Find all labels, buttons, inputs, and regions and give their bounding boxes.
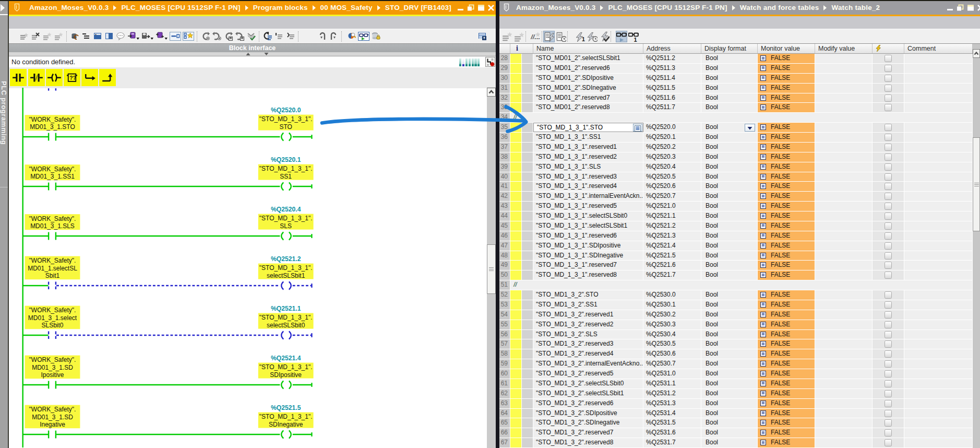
monitor-once-icon[interactable] bbox=[556, 31, 566, 42]
redo-icon[interactable] bbox=[212, 32, 221, 41]
favorite-contact-closed-button[interactable] bbox=[28, 69, 45, 87]
operand-browser-button[interactable] bbox=[633, 124, 642, 132]
table-row[interactable]: 58"STO_MD1_3_2".reserved4%Q2530.6BoolFAL… bbox=[499, 349, 973, 359]
modify-once-icon[interactable]: 1 bbox=[575, 31, 585, 42]
force-checkbox[interactable] bbox=[885, 222, 892, 230]
force-checkbox[interactable] bbox=[885, 419, 892, 427]
column-header-Address[interactable]: Address bbox=[643, 44, 701, 53]
toggle-network-comments-icon[interactable] bbox=[105, 32, 114, 41]
table-row[interactable]: 38"STO_MD_1_3_1".reserved2%Q2520.3BoolFA… bbox=[499, 152, 973, 162]
force-checkbox[interactable] bbox=[885, 232, 892, 240]
network-navigation-button[interactable] bbox=[485, 57, 495, 67]
force-checkbox[interactable] bbox=[885, 291, 892, 299]
search-icon[interactable] bbox=[347, 32, 356, 41]
add-row-icon[interactable] bbox=[514, 31, 524, 42]
watch-table-titlebar[interactable]: Amazon_Moses_V0.0.3PLC_MOSES [CPU 1512SP… bbox=[499, 1, 980, 15]
table-row[interactable]: 65"STO_MD1_3_2".SDInegative%Q2531.5BoolF… bbox=[499, 418, 973, 428]
absolute-operands-toggle-icon[interactable] bbox=[170, 32, 181, 41]
ladder-rung[interactable]: "WORK_Safety".MD01_1.selectSLSbit1%Q2521… bbox=[23, 255, 314, 289]
coil-address[interactable]: %Q2520.1 bbox=[271, 156, 301, 163]
window-settings-icon[interactable] bbox=[478, 32, 487, 41]
monitoring-on-icon[interactable] bbox=[358, 32, 369, 41]
column-header-row-number[interactable] bbox=[499, 44, 510, 53]
table-row[interactable]: 31"STO_MD01_2".SDInegative%Q2511.5BoolFA… bbox=[499, 84, 973, 93]
column-header-Name[interactable]: Name bbox=[533, 44, 643, 53]
breadcrumb-item[interactable]: STO_DRV [FB1403] bbox=[385, 4, 451, 11]
force-checkbox[interactable] bbox=[885, 95, 892, 102]
favorite-coil-button[interactable] bbox=[46, 69, 63, 87]
force-checkbox[interactable] bbox=[885, 272, 892, 279]
table-row[interactable]: 66"STO_MD1_3_2".reserved7%Q2531.6BoolFAL… bbox=[499, 428, 973, 438]
favorite-empty-box-button[interactable]: ?? bbox=[64, 69, 80, 87]
table-row[interactable]: 46"STO_MD_1_3_1".reserved6%Q2521.3BoolFA… bbox=[499, 231, 973, 241]
table-row[interactable]: 59"STO_MD1_3_2".internalEventAckno..%Q25… bbox=[499, 359, 973, 369]
favorite-close-branch-button[interactable] bbox=[99, 69, 116, 87]
force-checkbox[interactable] bbox=[885, 203, 892, 210]
maximize-button[interactable] bbox=[477, 4, 485, 11]
comment-icon[interactable] bbox=[116, 32, 125, 41]
goto-definition-icon[interactable] bbox=[274, 32, 283, 41]
column-header-i[interactable]: i bbox=[510, 44, 533, 53]
table-row[interactable]: 36"STO_MD_1_3_1".SS1%Q2520.1BoolFALSE bbox=[499, 133, 973, 143]
coil-address[interactable]: %Q2521.1 bbox=[271, 305, 301, 312]
table-row[interactable]: 53"STO_MD1_3_2".SS1%Q2530.1BoolFALSE bbox=[499, 300, 973, 310]
table-row[interactable]: 50"STO_MD_1_3_1".reserved8%Q2521.7BoolFA… bbox=[499, 270, 973, 280]
breadcrumb-item[interactable]: Watch and force tables bbox=[740, 4, 819, 11]
name-edit-field[interactable]: "STO_MD_1_3_1".STO bbox=[533, 123, 643, 132]
modify-all-icon[interactable] bbox=[599, 31, 609, 42]
force-checkbox[interactable] bbox=[885, 154, 892, 161]
table-row[interactable]: 32"STO_MD01_2".reserved7%Q2511.6BoolFALS… bbox=[499, 93, 973, 103]
ladder-rung[interactable]: "WORK_Safety".MD01_3_1.SS1%Q2520.1"STO_M… bbox=[23, 156, 314, 190]
insert-row-before-icon[interactable] bbox=[43, 32, 52, 41]
force-checkbox[interactable] bbox=[885, 213, 892, 220]
breadcrumb-item[interactable]: PLC_MOSES [CPU 1512SP F-1 PN] bbox=[121, 4, 240, 11]
force-checkbox[interactable] bbox=[885, 370, 892, 378]
force-checkbox[interactable] bbox=[885, 75, 892, 82]
force-checkbox[interactable] bbox=[885, 429, 892, 437]
table-row[interactable]: 45"STO_MD_1_3_1".selectSLSbit1%Q2521.2Bo… bbox=[499, 221, 973, 231]
coil-address[interactable]: %Q2521.5 bbox=[271, 404, 301, 411]
table-row[interactable]: 37"STO_MD_1_3_1".reserved1%Q2520.2BoolFA… bbox=[499, 143, 973, 152]
table-row[interactable]: 42"STO_MD_1_3_1".internalEventAckn...%Q2… bbox=[499, 192, 973, 202]
breadcrumb-item[interactable]: Watch table_2 bbox=[831, 4, 880, 11]
table-row[interactable]: 63"STO_MD1_3_2".reserved6%Q2531.3BoolFAL… bbox=[499, 399, 973, 409]
table-row[interactable]: 56"STO_MD1_3_2".SLS%Q2530.4BoolFALSE bbox=[499, 330, 973, 340]
insert-row-after-icon[interactable] bbox=[54, 32, 63, 41]
force-checkbox[interactable] bbox=[885, 311, 892, 319]
table-row[interactable]: 49"STO_MD_1_3_1".reserved7%Q2521.6BoolFA… bbox=[499, 261, 973, 270]
trigger-mode-icon[interactable]: 1 bbox=[628, 31, 639, 42]
jump-forward-icon[interactable] bbox=[329, 32, 338, 41]
accept-changes-icon[interactable] bbox=[247, 32, 256, 41]
force-checkbox[interactable] bbox=[885, 163, 892, 171]
ladder-rung[interactable]: "WORK_Safety".MD01_3_1.SDInegative%Q2521… bbox=[23, 404, 314, 438]
maximize-button[interactable] bbox=[967, 4, 974, 11]
table-row[interactable]: 54"STO_MD1_3_2".reserved1%Q2530.2BoolFAL… bbox=[499, 310, 973, 320]
expand-networks-icon[interactable] bbox=[82, 32, 91, 41]
table-row[interactable]: 30"STO_MD01_2".SDIpositive%Q2511.4BoolFA… bbox=[499, 74, 973, 84]
close-button[interactable] bbox=[977, 4, 980, 11]
scrollbar-thumb[interactable] bbox=[973, 137, 980, 231]
table-row[interactable]: 52"STO_MD1_3_2".STO%Q2530.0BoolFALSE bbox=[499, 290, 973, 300]
force-checkbox[interactable] bbox=[885, 410, 892, 417]
force-checkbox[interactable] bbox=[885, 360, 892, 368]
coil-address[interactable]: %Q2521.2 bbox=[271, 255, 301, 263]
insert-network-icon[interactable] bbox=[20, 32, 29, 41]
ladder-rung[interactable]: "WORK_Safety".MD01_3_1.selectSLSbit0%Q25… bbox=[23, 305, 314, 339]
expanded-mode-icon[interactable] bbox=[616, 31, 627, 42]
coil-address[interactable]: %Q2520.0 bbox=[271, 107, 301, 114]
format-dropdown-button[interactable] bbox=[745, 124, 755, 132]
table-row[interactable]: 62"STO_MD1_3_2".selectSLSbit1%Q2531.2Boo… bbox=[499, 389, 973, 399]
table-row[interactable]: 61"STO_MD1_3_2".selectSLSbit0%Q2531.1Boo… bbox=[499, 379, 973, 389]
force-checkbox[interactable] bbox=[885, 439, 892, 446]
minimize-button[interactable] bbox=[457, 4, 464, 11]
collapse-networks-icon[interactable] bbox=[93, 32, 102, 41]
sidebar-tab-plc-programming[interactable]: PLC programming bbox=[1, 81, 8, 185]
force-checkbox[interactable] bbox=[885, 301, 892, 309]
ladder-rung[interactable]: "WORK_Safety".MD01_3_1.SDIpositive%Q2521… bbox=[23, 355, 314, 388]
breadcrumb-item[interactable]: Program blocks bbox=[253, 4, 308, 11]
force-checkbox[interactable] bbox=[885, 350, 892, 358]
goto-next-icon[interactable] bbox=[286, 32, 295, 41]
watch-table-vertical-scrollbar[interactable] bbox=[973, 44, 980, 448]
force-checkbox[interactable] bbox=[885, 340, 892, 348]
breadcrumb-item[interactable]: PLC_MOSES [CPU 1512SP F-1 PN] bbox=[608, 4, 727, 11]
